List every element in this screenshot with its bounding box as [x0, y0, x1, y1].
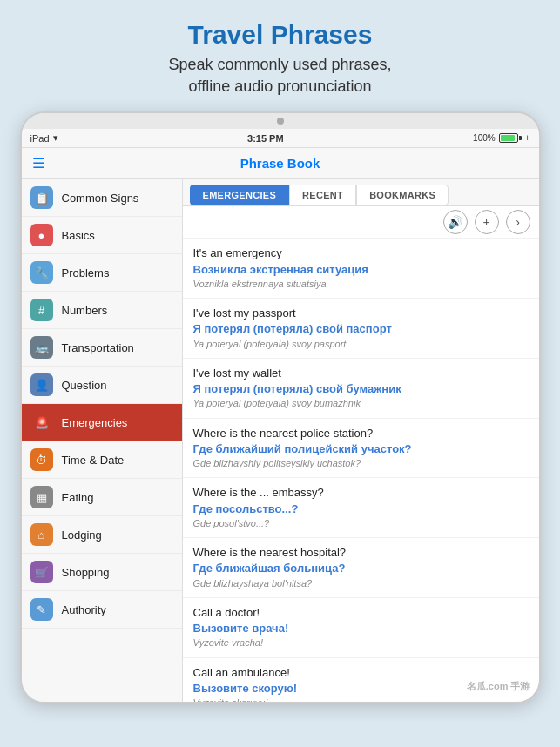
- phrase-translation-4: Где посольство...?: [193, 501, 529, 517]
- phrase-item-1: I've lost my passportЯ потерял (потеряла…: [183, 299, 539, 359]
- eating-icon: ▦: [30, 486, 53, 508]
- app-header: Travel Phrases Speak commonly used phras…: [0, 0, 560, 111]
- phrase-english-2: I've lost my wallet: [193, 366, 529, 381]
- tab-recent[interactable]: RECENT: [289, 185, 356, 205]
- sidebar-item-shopping[interactable]: 🛒Shopping: [22, 554, 182, 591]
- sidebar-item-basics[interactable]: ●Basics: [22, 217, 182, 254]
- phrase-phonetic-4: Gde posol'stvo...?: [193, 517, 529, 530]
- sidebar-label-common-signs: Common Signs: [62, 192, 139, 205]
- phrase-phonetic-7: Vyzovite skoruyu!: [193, 697, 529, 702]
- sidebar-label-lodging: Lodging: [62, 528, 102, 542]
- wifi-icon: ▾: [53, 132, 58, 144]
- add-button[interactable]: +: [475, 210, 499, 234]
- phrase-phonetic-0: Voznikla ekstrennaya situatsiya: [193, 278, 529, 291]
- phrase-item-0: It's an emergencyВозникла экстренная сит…: [183, 239, 539, 299]
- phrase-item-4: Where is the ... embassy?Где посольство.…: [183, 478, 539, 538]
- sidebar-label-shopping: Shopping: [62, 566, 110, 579]
- main-content: 📋Common Signs●Basics🔧Problems#Numbers🚌Tr…: [22, 179, 539, 702]
- phrase-phonetic-5: Gde blizhayshaya bol'nitsa?: [193, 577, 529, 590]
- sidebar-label-time-date: Time & Date: [62, 454, 125, 467]
- phrase-translation-0: Возникла экстренная ситуация: [193, 262, 529, 278]
- authority-icon: ✎: [30, 598, 53, 621]
- audio-controls: 🔊 + ›: [183, 206, 539, 239]
- hamburger-icon[interactable]: ☰: [32, 155, 44, 172]
- sidebar-item-question[interactable]: 👤Question: [22, 367, 182, 404]
- next-button[interactable]: ›: [506, 210, 530, 234]
- status-left: iPad ▾: [30, 132, 58, 144]
- sidebar-label-question: Question: [62, 379, 107, 392]
- tab-emergencies[interactable]: EMERGENCIES: [190, 185, 290, 205]
- tab-bookmarks[interactable]: BOOKMARKS: [356, 185, 449, 205]
- sidebar-item-problems[interactable]: 🔧Problems: [22, 254, 182, 292]
- sidebar-item-emergencies[interactable]: 🚨Emergencies: [22, 404, 182, 441]
- device-label: iPad: [30, 133, 50, 144]
- transportation-icon: 🚌: [30, 336, 53, 359]
- phrase-item-2: I've lost my walletЯ потерял (потеряла) …: [183, 359, 539, 419]
- nav-bar-title: Phrase Book: [240, 156, 320, 171]
- phrase-translation-1: Я потерял (потеряла) свой паспорт: [193, 321, 529, 337]
- common-signs-icon: 📋: [30, 186, 53, 209]
- sidebar-label-problems: Problems: [62, 266, 110, 279]
- shopping-icon: 🛒: [30, 561, 53, 583]
- sidebar-label-transportation: Transportation: [62, 341, 134, 354]
- phrase-phonetic-2: Ya poteryal (poteryala) svoy bumazhnik: [193, 397, 529, 410]
- status-right: 100% +: [473, 133, 530, 143]
- phrase-phonetic-6: Vyzovite vracha!: [193, 636, 529, 649]
- sidebar-label-basics: Basics: [62, 229, 95, 242]
- ipad-top-bar: [22, 113, 539, 129]
- right-panel: EMERGENCIESRECENTBOOKMARKS 🔊 + › It's an…: [183, 179, 539, 702]
- phrase-english-6: Call a doctor!: [193, 605, 529, 621]
- watermark: 名瓜.com 手游: [467, 680, 530, 693]
- phrase-translation-2: Я потерял (потеряла) свой бумажник: [193, 381, 529, 397]
- tabs-bar: EMERGENCIESRECENTBOOKMARKS: [183, 179, 539, 206]
- phrase-english-4: Where is the ... embassy?: [193, 485, 529, 501]
- time-date-icon: ⏱: [30, 448, 53, 471]
- status-time: 3:15 PM: [247, 133, 284, 144]
- sidebar-item-eating[interactable]: ▦Eating: [22, 479, 182, 516]
- sidebar-item-lodging[interactable]: ⌂Lodging: [22, 516, 182, 554]
- sidebar: 📋Common Signs●Basics🔧Problems#Numbers🚌Tr…: [22, 179, 183, 702]
- numbers-icon: #: [30, 299, 53, 321]
- charging-icon: +: [525, 133, 530, 143]
- phrase-english-7: Call an ambulance!: [193, 665, 529, 681]
- question-icon: 👤: [30, 374, 53, 396]
- sidebar-item-common-signs[interactable]: 📋Common Signs: [22, 179, 182, 217]
- sidebar-item-transportation[interactable]: 🚌Transportation: [22, 329, 182, 367]
- phrase-phonetic-3: Gde blizhayshiy politseysikiy uchastok?: [193, 457, 529, 470]
- sidebar-label-numbers: Numbers: [62, 304, 108, 317]
- phrase-translation-6: Вызовите врача!: [193, 621, 529, 636]
- phrase-english-3: Where is the nearest police station?: [193, 426, 529, 441]
- sidebar-item-authority[interactable]: ✎Authority: [22, 591, 182, 629]
- phrase-item-6: Call a doctor!Вызовите врача!Vyzovite vr…: [183, 598, 539, 658]
- app-title: Travel Phrases: [35, 19, 525, 50]
- battery-icon: [499, 133, 522, 143]
- battery-percent: 100%: [473, 133, 496, 143]
- phrase-translation-3: Где ближайший полицейский участок?: [193, 441, 529, 457]
- sidebar-item-numbers[interactable]: #Numbers: [22, 292, 182, 329]
- ipad-frame: iPad ▾ 3:15 PM 100% + ☰ Phrase Book 📋Com…: [20, 111, 541, 703]
- sidebar-item-time-date[interactable]: ⏱Time & Date: [22, 441, 182, 479]
- problems-icon: 🔧: [30, 261, 53, 284]
- phrase-phonetic-1: Ya poteryal (poteryala) svoy pasport: [193, 338, 529, 351]
- emergencies-icon: 🚨: [30, 411, 53, 434]
- lodging-icon: ⌂: [30, 523, 53, 546]
- phrase-translation-5: Где ближайшая больница?: [193, 561, 529, 576]
- phrase-english-0: It's an emergency: [193, 246, 529, 261]
- phrase-english-1: I've lost my passport: [193, 306, 529, 321]
- basics-icon: ●: [30, 224, 53, 246]
- status-bar: iPad ▾ 3:15 PM 100% +: [22, 129, 539, 148]
- phrase-item-5: Where is the nearest hospital?Где ближай…: [183, 538, 539, 598]
- sidebar-label-emergencies: Emergencies: [62, 416, 128, 429]
- home-indicator: [277, 118, 284, 124]
- phrase-list: It's an emergencyВозникла экстренная сит…: [183, 239, 539, 702]
- sidebar-label-eating: Eating: [62, 491, 94, 504]
- phrase-item-3: Where is the nearest police station?Где …: [183, 419, 539, 479]
- sidebar-label-authority: Authority: [62, 603, 106, 616]
- app-subtitle: Speak commonly used phrases,offline audi…: [35, 54, 525, 98]
- speaker-button[interactable]: 🔊: [443, 210, 468, 234]
- nav-bar: ☰ Phrase Book: [22, 148, 539, 179]
- phrase-english-5: Where is the nearest hospital?: [193, 545, 529, 561]
